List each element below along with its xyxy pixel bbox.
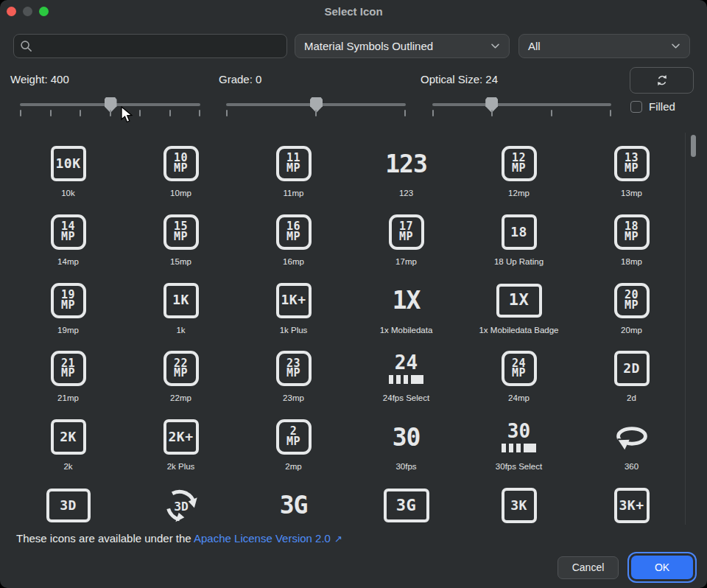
filled-checkbox-label: Filled bbox=[649, 100, 675, 113]
3d-rotation-icon: 3D bbox=[162, 486, 200, 525]
icon-label: 14mp bbox=[57, 257, 79, 266]
icon-label: 20mp bbox=[621, 326, 642, 335]
scrollbar-thumb[interactable] bbox=[691, 135, 696, 157]
icon-cell-24mp[interactable]: 24MP24mp bbox=[462, 345, 575, 413]
search-icon bbox=[20, 40, 32, 52]
icon-grid-scroll-area[interactable]: 10K10k10MP10mp11MP11mp12312312MP12mp13MP… bbox=[0, 133, 707, 525]
icon-cell-15mp[interactable]: 15MP15mp bbox=[124, 209, 237, 277]
weight-label: Weight: 400 bbox=[10, 73, 69, 85]
icon-cell-16mp[interactable]: 16MP16mp bbox=[237, 209, 350, 277]
icon-cell-2k[interactable]: 2K2k bbox=[12, 413, 124, 482]
ok-button[interactable]: OK bbox=[631, 556, 693, 579]
icon-cell-19mp[interactable]: 19MP19mp bbox=[12, 277, 124, 346]
icon-label: 123 bbox=[399, 189, 413, 197]
icon-label: 1k Plus bbox=[280, 326, 308, 335]
icon-cell-30fps-select[interactable]: 3030fps Select bbox=[462, 413, 575, 482]
icon-cell-11mp[interactable]: 11MP11mp bbox=[237, 140, 350, 209]
svg-text:3D: 3D bbox=[174, 499, 189, 513]
icon-cell-2d[interactable]: 2D2d bbox=[575, 345, 688, 413]
font-family-select[interactable]: Material Symbols Outlined bbox=[295, 34, 510, 58]
page-title: Select Icon bbox=[0, 5, 707, 18]
icon-label: 2mp bbox=[285, 462, 301, 471]
icon-label: 19mp bbox=[57, 326, 79, 335]
sync-refresh-icon bbox=[655, 73, 669, 88]
cancel-button[interactable]: Cancel bbox=[557, 556, 619, 579]
icon-cell-2k-plus[interactable]: 2K+2k Plus bbox=[124, 413, 237, 482]
icon-label: 18 Up Rating bbox=[494, 257, 544, 266]
icon-label: 1k bbox=[176, 326, 185, 335]
icon-label: 22mp bbox=[170, 393, 191, 402]
icon-cell-24fps-select[interactable]: 2424fps Select bbox=[350, 345, 462, 413]
icon-cell-1x-mobiledata[interactable]: 1X1x Mobiledata bbox=[350, 277, 462, 346]
grid-divider bbox=[685, 133, 686, 525]
category-value: All bbox=[528, 40, 541, 52]
reset-button[interactable] bbox=[630, 67, 694, 94]
icon-label: 30fps bbox=[395, 462, 416, 471]
chevron-down-icon bbox=[490, 43, 500, 49]
chevron-down-icon bbox=[671, 43, 680, 49]
icon-cell-10mp[interactable]: 10MP10mp bbox=[124, 140, 237, 209]
grade-slider-ticks bbox=[226, 110, 406, 116]
weight-slider-ticks bbox=[20, 110, 200, 116]
icon-label: 21mp bbox=[57, 393, 79, 402]
icon-cell-18-up-rating[interactable]: 1818 Up Rating bbox=[462, 209, 575, 277]
icon-cell-1k[interactable]: 1K1k bbox=[124, 277, 237, 346]
icon-cell-360[interactable]: 360 bbox=[575, 413, 688, 482]
font-family-value: Material Symbols Outlined bbox=[304, 40, 433, 52]
icon-cell-22mp[interactable]: 22MP22mp bbox=[124, 345, 237, 413]
icon-cell-30fps[interactable]: 3030fps bbox=[350, 413, 462, 482]
icon-cell-3k-[interactable]: 3K+ bbox=[575, 482, 688, 525]
icon-label: 24fps Select bbox=[383, 393, 429, 402]
icon-cell-20mp[interactable]: 20MP20mp bbox=[575, 277, 688, 346]
icon-cell-18mp[interactable]: 18MP18mp bbox=[575, 209, 688, 277]
license-text: These icons are available under the bbox=[16, 532, 194, 545]
select-icon-dialog: Select Icon Material Symbols Outlined Al… bbox=[0, 0, 707, 588]
icon-cell-23mp[interactable]: 23MP23mp bbox=[237, 345, 350, 413]
icon-label: 10k bbox=[61, 189, 75, 197]
icon-cell-123[interactable]: 123123 bbox=[350, 140, 462, 209]
external-link-icon: ↗ bbox=[334, 533, 342, 545]
optical-size-slider[interactable] bbox=[432, 103, 611, 106]
icon-label: 2d bbox=[627, 393, 636, 402]
icon-cell-17mp[interactable]: 17MP17mp bbox=[350, 209, 462, 277]
grade-label: Grade: 0 bbox=[219, 73, 261, 85]
category-select[interactable]: All bbox=[518, 34, 690, 58]
icon-cell-1k-plus[interactable]: 1K+1k Plus bbox=[237, 277, 350, 346]
icon-label: 16mp bbox=[283, 257, 304, 266]
icon-label: 23mp bbox=[283, 393, 304, 402]
icon-cell-3g[interactable]: 3G bbox=[350, 482, 462, 525]
icon-cell-3d[interactable]: 3D bbox=[12, 482, 124, 525]
icon-cell-10k[interactable]: 10K10k bbox=[12, 140, 124, 209]
license-note: These icons are available under the Apac… bbox=[16, 532, 342, 545]
icon-label: 10mp bbox=[170, 189, 191, 197]
icon-cell-21mp[interactable]: 21MP21mp bbox=[12, 345, 124, 413]
search-box[interactable] bbox=[13, 34, 287, 58]
icon-label: 1x Mobiledata bbox=[380, 326, 433, 335]
icon-cell-2mp[interactable]: 2MP2mp bbox=[237, 413, 350, 482]
icon-label: 18mp bbox=[621, 257, 642, 266]
icon-cell-14mp[interactable]: 14MP14mp bbox=[12, 209, 124, 277]
icon-label: 2k bbox=[63, 462, 72, 471]
filled-checkbox[interactable] bbox=[630, 101, 642, 113]
optical-size-slider-ticks bbox=[432, 110, 611, 116]
icon-cell-1x-mobiledata-badge[interactable]: 1X1x Mobiledata Badge bbox=[462, 277, 575, 346]
apache-license-link[interactable]: Apache License Version 2.0 bbox=[194, 532, 331, 545]
icon-cell-3k[interactable]: 3K bbox=[462, 482, 575, 525]
icon-label: 11mp bbox=[284, 189, 304, 197]
weight-slider[interactable] bbox=[20, 103, 200, 106]
icon-cell-3g[interactable]: 3G bbox=[237, 482, 350, 525]
icon-label: 1x Mobiledata Badge bbox=[479, 326, 558, 335]
360-rotation-icon bbox=[613, 418, 651, 456]
icon-label: 17mp bbox=[395, 257, 417, 266]
icon-cell-13mp[interactable]: 13MP13mp bbox=[575, 140, 688, 209]
icon-label: 12mp bbox=[508, 189, 530, 197]
icon-cell-3d[interactable]: 3D bbox=[124, 482, 237, 525]
search-input[interactable] bbox=[38, 39, 281, 53]
icon-label: 13mp bbox=[621, 189, 642, 197]
optical-size-label: Optical Size: 24 bbox=[421, 73, 498, 85]
icon-cell-12mp[interactable]: 12MP12mp bbox=[462, 140, 575, 209]
icon-label: 2k Plus bbox=[167, 462, 195, 471]
icon-label: 360 bbox=[625, 462, 639, 471]
grade-slider[interactable] bbox=[226, 103, 406, 106]
icon-label: 15mp bbox=[170, 257, 191, 266]
